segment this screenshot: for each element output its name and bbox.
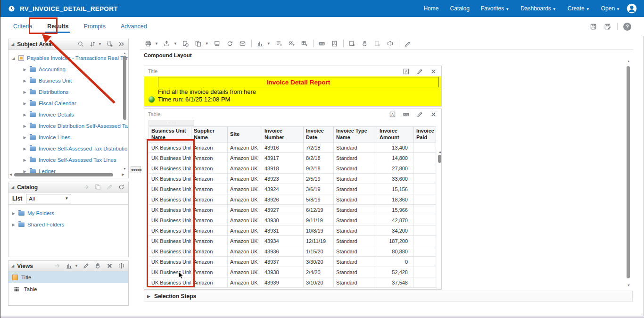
scrollbar-thumb[interactable] — [14, 173, 113, 176]
remove-view-icon[interactable] — [105, 262, 114, 270]
catalog-folder[interactable]: ▶My Folders — [8, 208, 128, 219]
table-cell[interactable]: Standard — [334, 236, 377, 246]
scrollbar-thumb[interactable] — [123, 56, 126, 120]
table-cell[interactable]: Amazon — [191, 236, 228, 246]
table-cell[interactable]: 80,880 — [377, 246, 414, 257]
table-cell[interactable]: UK Business Unit — [149, 184, 191, 194]
table-cell[interactable]: 15,966 — [377, 205, 414, 215]
table-cell[interactable]: 15,156 — [377, 184, 414, 194]
column-header[interactable]: Invoice Type Name — [334, 127, 377, 142]
table-cell[interactable] — [414, 153, 436, 163]
subject-areas-horizontal-scrollbar[interactable]: ◀ ▶ — [9, 173, 124, 177]
table-cell[interactable]: Standard — [334, 174, 377, 184]
expand-more-icon[interactable] — [117, 40, 125, 49]
table-cell[interactable]: Standard — [334, 163, 377, 174]
table-cell[interactable]: Standard — [334, 184, 377, 194]
table-cell[interactable]: 2/5/19 — [304, 174, 334, 184]
expanded-arrow-icon[interactable]: ◢ — [11, 56, 16, 60]
table-cell[interactable] — [414, 246, 436, 257]
main-vertical-scrollbar[interactable]: ▲ ▼ — [626, 59, 631, 289]
tab-criteria[interactable]: Criteria — [12, 19, 33, 34]
table-cell[interactable] — [414, 184, 436, 194]
column-header[interactable]: Supplier Name — [191, 127, 228, 142]
table-cell[interactable]: Amazon UK — [228, 194, 262, 205]
table-cell[interactable]: Standard — [334, 246, 377, 257]
print-icon[interactable] — [144, 39, 152, 48]
scrollbar-thumb[interactable] — [438, 155, 441, 163]
table-cell[interactable]: Amazon — [191, 174, 228, 184]
show-xyz-properties-icon[interactable]: XYZ — [318, 39, 326, 48]
table-cell[interactable]: 43923 — [262, 174, 304, 184]
table-cell[interactable]: 43930 — [262, 215, 304, 226]
expand-arrow-icon[interactable]: ▶ — [23, 158, 27, 162]
column-header[interactable]: Site — [228, 127, 262, 142]
table-cell[interactable]: 37,548 — [377, 277, 414, 288]
table-cell[interactable]: UK Business Unit — [149, 153, 191, 163]
table-cell[interactable] — [414, 236, 436, 246]
table-cell[interactable]: Amazon — [191, 163, 228, 174]
table-cell[interactable] — [414, 205, 436, 215]
scroll-down-icon[interactable]: ▼ — [123, 167, 127, 170]
dropdown-caret-icon[interactable]: ▼ — [173, 42, 177, 46]
nav-open[interactable]: Open▼ — [601, 5, 620, 12]
save-as-icon[interactable] — [603, 22, 611, 31]
table-cell[interactable]: UK Business Unit — [149, 205, 191, 215]
user-avatar-icon[interactable] — [627, 3, 637, 14]
table-cell[interactable]: 18,360 — [377, 194, 414, 205]
list-dropdown[interactable]: All ▼ — [26, 194, 71, 203]
subject-area-folder[interactable]: ▶Fiscal Calendar — [8, 98, 128, 109]
table-cell[interactable]: 34,200 — [377, 226, 414, 236]
table-cell[interactable]: Amazon — [191, 226, 228, 236]
sort-icon[interactable] — [88, 40, 97, 49]
expand-arrow-icon[interactable]: ▶ — [23, 101, 27, 106]
new-group-icon[interactable] — [275, 39, 283, 48]
add-subject-area-icon[interactable] — [105, 40, 114, 49]
table-cell[interactable]: Amazon UK — [228, 267, 262, 277]
table-cell[interactable] — [414, 142, 436, 153]
scroll-down-icon[interactable]: ▼ — [627, 284, 631, 287]
format-container-icon[interactable]: A — [402, 67, 410, 75]
table-cell[interactable]: Standard — [334, 257, 377, 267]
table-cell[interactable]: 43924 — [262, 184, 304, 194]
tab-advanced[interactable]: Advanced — [120, 19, 148, 34]
table-cell[interactable]: UK Business Unit — [149, 194, 191, 205]
table-cell[interactable]: Amazon UK — [228, 184, 262, 194]
table-cell[interactable]: Amazon — [191, 142, 228, 153]
table-cell[interactable]: 9/11/19 — [304, 215, 334, 226]
table-cell[interactable]: UK Business Unit — [149, 257, 191, 267]
table-cell[interactable]: Amazon — [191, 184, 228, 194]
table-cell[interactable]: 43927 — [262, 205, 304, 215]
column-header[interactable]: Business Unit Name — [149, 127, 191, 142]
table-vertical-scrollbar[interactable]: ▲ ▼ — [437, 150, 442, 295]
table-cell[interactable] — [414, 226, 436, 236]
expand-arrow-icon[interactable]: ▶ — [23, 124, 27, 128]
column-header[interactable]: Invoice Number — [262, 127, 304, 142]
tab-prompts[interactable]: Prompts — [83, 19, 107, 34]
expand-arrow-icon[interactable]: ▶ — [23, 67, 27, 72]
table-cell[interactable]: 2/4/20 — [304, 267, 334, 277]
expand-triangle-icon[interactable]: ▶ — [147, 294, 150, 299]
help-icon[interactable]: ? — [623, 23, 631, 31]
table-cell[interactable]: 27,800 — [377, 163, 414, 174]
dropdown-caret-icon[interactable]: ▼ — [205, 42, 209, 46]
table-cell[interactable]: 43934 — [262, 236, 304, 246]
table-cell[interactable]: UK Business Unit — [149, 142, 191, 153]
table-cell[interactable]: 1/15/20 — [304, 246, 334, 257]
table-cell[interactable]: 3/10/20 — [304, 277, 334, 288]
save-icon[interactable] — [589, 22, 597, 31]
expand-arrow-icon[interactable]: ▶ — [23, 79, 27, 83]
catalog-folder[interactable]: ▶Shared Folders — [8, 219, 128, 230]
table-cell[interactable]: 43926 — [262, 194, 304, 205]
expand-arrow-icon[interactable]: ▶ — [11, 223, 16, 227]
table-cell[interactable]: Standard — [334, 142, 377, 153]
collapse-triangle-icon[interactable]: ◢ — [11, 42, 14, 46]
table-cell[interactable]: Amazon UK — [228, 215, 262, 226]
table-cell[interactable] — [414, 215, 436, 226]
duplicate-view-icon[interactable] — [93, 262, 102, 270]
column-header[interactable]: Invoice Paid — [414, 127, 436, 142]
table-cell[interactable]: Amazon UK — [228, 174, 262, 184]
table-cell[interactable]: 8/2/18 — [304, 153, 334, 163]
format-container-icon[interactable]: A — [388, 110, 396, 118]
view-item-title[interactable]: Title — [8, 271, 128, 283]
table-cell[interactable]: Standard — [334, 226, 377, 236]
